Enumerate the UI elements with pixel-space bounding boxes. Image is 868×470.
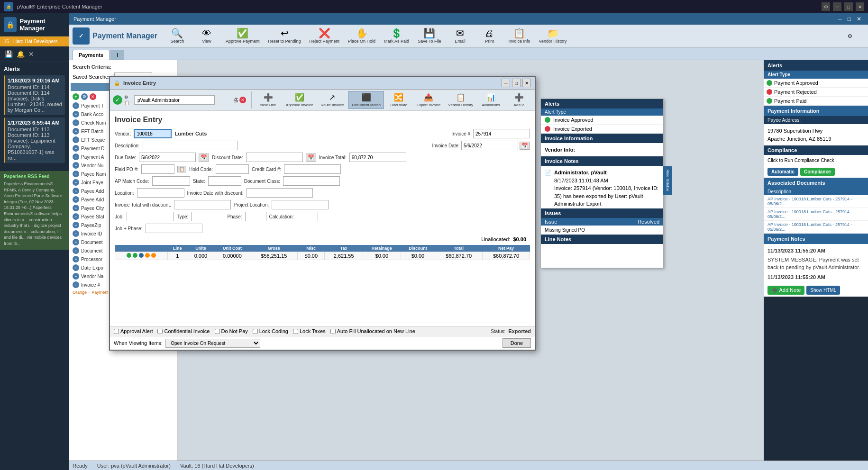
- maximize-btn[interactable]: □: [844, 2, 853, 11]
- ap-match-input[interactable]: [152, 176, 190, 186]
- add-field-icon[interactable]: +: [73, 273, 79, 280]
- tab-payments[interactable]: Payments: [73, 50, 110, 60]
- place-on-hold-button[interactable]: ✋ Place On Hold: [344, 27, 379, 45]
- inv-date-calendar-btn[interactable]: 📅: [520, 142, 530, 150]
- pm-maximize-btn[interactable]: □: [846, 15, 853, 23]
- view-button[interactable]: 👁 View: [192, 27, 221, 45]
- do-not-pay-checkbox[interactable]: [215, 329, 220, 334]
- pm-close-btn[interactable]: ✕: [855, 15, 863, 23]
- due-date-calendar-btn[interactable]: 📅: [199, 154, 209, 162]
- rs-doc-item-1[interactable]: AP Invoice - 100018 Lumber Cuts - 257914…: [764, 195, 868, 208]
- discount-date-input[interactable]: [246, 153, 303, 162]
- ie-allocations-btn[interactable]: 📊 Allocations: [478, 91, 504, 108]
- inv-date-input[interactable]: [461, 141, 518, 150]
- lock-coding-checkbox[interactable]: [253, 329, 258, 334]
- mark-paid-button[interactable]: 💲 Mark As Paid: [380, 27, 413, 45]
- show-html-btn[interactable]: Show HTML: [806, 286, 840, 295]
- close-icon[interactable]: ✕: [27, 49, 35, 59]
- remove-search-btn[interactable]: ✕: [90, 93, 96, 100]
- compliance-btn[interactable]: Compliance: [800, 168, 835, 176]
- add-field-icon[interactable]: +: [73, 171, 79, 177]
- add-field-icon[interactable]: +: [73, 239, 79, 245]
- add-field-icon[interactable]: +: [73, 145, 79, 152]
- add-field-icon[interactable]: +: [73, 179, 79, 186]
- hold-code-input[interactable]: [216, 164, 249, 174]
- lock-taxes-checkbox[interactable]: [293, 329, 298, 334]
- ie-cancel-icon[interactable]: ✕: [239, 97, 246, 103]
- invoice-num-input[interactable]: [473, 129, 530, 138]
- job-phase-input[interactable]: [146, 224, 202, 233]
- doc-class-input[interactable]: [283, 176, 340, 186]
- reject-payment-button[interactable]: ❌ Reject Payment: [306, 27, 344, 45]
- invoice-info-button[interactable]: 📋 Invoice Info: [504, 27, 534, 45]
- ie-print-icon[interactable]: 🖨: [233, 97, 238, 103]
- ie-add-v-btn[interactable]: ➕ Add V: [506, 91, 532, 108]
- settings-gear-btn[interactable]: ⚙: [836, 31, 864, 41]
- done-btn[interactable]: Done: [503, 338, 531, 348]
- add-field-icon[interactable]: +: [73, 102, 79, 109]
- pm-controls[interactable]: ─ □ ✕: [836, 15, 863, 23]
- phase-input[interactable]: [245, 212, 266, 221]
- add-field-icon[interactable]: +: [73, 281, 79, 288]
- email-button[interactable]: ✉ Email: [446, 27, 474, 45]
- add-note-btn[interactable]: ➕ Add Note: [767, 286, 804, 295]
- add-field-icon[interactable]: +: [73, 230, 79, 237]
- inv-total-discount-input[interactable]: [174, 200, 231, 209]
- hide-sidebar-tab[interactable]: Hide Sidebar: [663, 166, 672, 195]
- save-icon[interactable]: 💾: [4, 49, 14, 59]
- credit-card-input[interactable]: [284, 164, 341, 174]
- inv-date-discount-input[interactable]: [247, 188, 313, 198]
- print-button[interactable]: 🖨 Print: [475, 27, 503, 45]
- search-button[interactable]: 🔍 Search: [163, 27, 192, 45]
- bell-icon[interactable]: 🔔: [16, 49, 26, 59]
- add-field-icon[interactable]: +: [73, 188, 79, 194]
- ie-approve-invoice-btn[interactable]: ✅ Approve Invoice: [283, 91, 316, 108]
- add-field-icon[interactable]: +: [73, 196, 79, 203]
- due-date-input[interactable]: [139, 153, 196, 162]
- rs-doc-item-3[interactable]: AP Invoice - 100018 Lumber Cuts - 257914…: [764, 221, 868, 234]
- settings-search-btn[interactable]: ⚙: [81, 93, 88, 100]
- vendor-input[interactable]: [134, 129, 172, 138]
- ie-docroute-btn[interactable]: 🔀 DocRoute: [386, 91, 412, 108]
- gear-icon[interactable]: ⚙: [822, 2, 830, 11]
- add-field-icon[interactable]: +: [73, 154, 79, 160]
- ie-route-invoice-btn[interactable]: ↗ Route Invoice: [318, 91, 347, 108]
- vendor-history-button[interactable]: 📁 Vendor History: [535, 27, 571, 45]
- job-input[interactable]: [127, 212, 174, 221]
- close-btn[interactable]: ✕: [856, 2, 864, 11]
- approval-alert-checkbox[interactable]: [114, 329, 119, 334]
- project-location-input[interactable]: [272, 200, 329, 209]
- ie-vendor-history-btn[interactable]: 📋 Vendor History: [446, 91, 476, 108]
- field-po-browse-btn[interactable]: 📋: [177, 166, 186, 172]
- ie-new-line-btn[interactable]: ➕ New Line: [255, 91, 281, 108]
- field-po-input[interactable]: [141, 164, 174, 174]
- calculation-input[interactable]: [297, 212, 318, 221]
- discount-date-calendar-btn[interactable]: 📅: [306, 154, 316, 162]
- rs-doc-item-2[interactable]: AP Invoice - 100018 Lumber Cuts - 257914…: [764, 208, 868, 221]
- table-row[interactable]: 1 0.000 0.00000 $58,251.15 $0.00 2,621.5…: [115, 252, 530, 260]
- add-field-icon[interactable]: +: [73, 256, 79, 262]
- add-field-icon[interactable]: +: [73, 111, 79, 118]
- add-field-icon[interactable]: +: [73, 136, 79, 143]
- auto-fill-checkbox[interactable]: [330, 329, 336, 334]
- ie-export-invoice-btn[interactable]: 📤 Export Invoice: [414, 91, 444, 108]
- automatic-btn[interactable]: Automatic: [767, 168, 798, 176]
- save-to-file-button[interactable]: 💾 Save To File: [414, 27, 445, 45]
- approve-payment-button[interactable]: ✅ Approve Payment: [222, 27, 264, 45]
- tab-second[interactable]: I: [110, 50, 124, 60]
- add-field-icon[interactable]: +: [73, 213, 79, 220]
- add-field-icon[interactable]: +: [73, 162, 79, 169]
- modal-minimize-btn[interactable]: ─: [502, 79, 510, 87]
- add-field-icon[interactable]: +: [73, 128, 79, 135]
- ie-doc-match-btn[interactable]: ⬛ Document Match: [348, 91, 384, 109]
- add-search-btn[interactable]: +: [73, 93, 79, 100]
- add-field-icon[interactable]: +: [73, 222, 79, 228]
- pm-minimize-btn[interactable]: ─: [836, 15, 844, 23]
- viewing-select[interactable]: Open Invoice On Request: [165, 339, 260, 348]
- add-field-icon[interactable]: +: [73, 205, 79, 211]
- confidential-checkbox[interactable]: [157, 329, 163, 334]
- modal-maximize-btn[interactable]: □: [512, 79, 521, 87]
- modal-controls[interactable]: ─ □ ✕: [502, 79, 531, 87]
- state-input[interactable]: [208, 176, 241, 186]
- invoice-total-input[interactable]: [349, 153, 406, 162]
